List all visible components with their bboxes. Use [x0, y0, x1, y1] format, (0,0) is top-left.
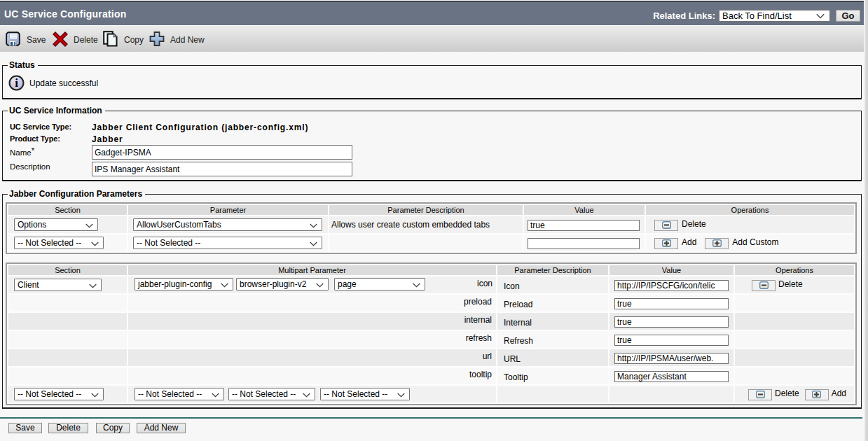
svg-text:i: i — [15, 76, 18, 90]
